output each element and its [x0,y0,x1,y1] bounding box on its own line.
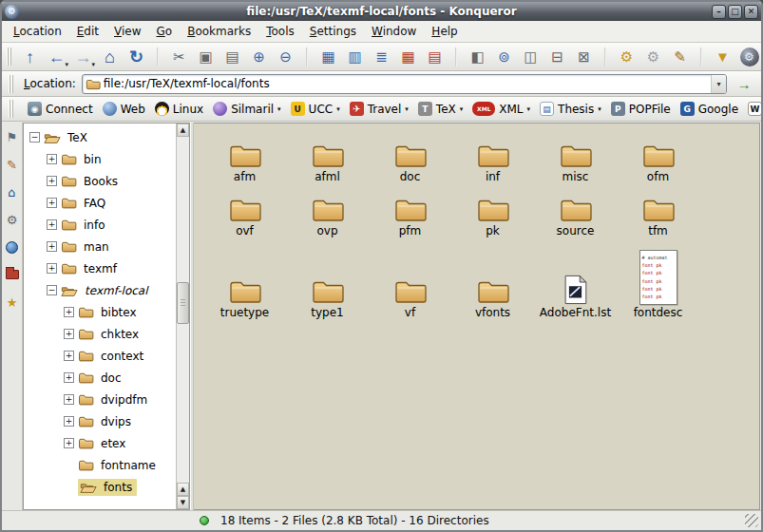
go-button[interactable]: → [733,73,755,95]
tree-item-tex[interactable]: −TeX [24,126,176,148]
bookmark-popfile[interactable]: PPOPFile [611,102,671,116]
toolbar-handle[interactable] [7,48,11,66]
tree-item-texmf-local[interactable]: −texmf-local [24,279,176,301]
tree-item-info[interactable]: +info [24,214,176,236]
file-vf[interactable]: vf [369,238,451,319]
resize-grip[interactable] [745,514,758,527]
bookmark-folder-xml[interactable]: XMLXML▾ [472,102,530,116]
tree-item-bibtex[interactable]: +bibtex [24,301,176,323]
collapse-expander-icon[interactable]: − [29,132,40,142]
file-inf[interactable]: inf [451,129,534,183]
expand-expander-icon[interactable]: + [47,219,57,230]
location-input[interactable] [104,76,708,92]
file-vfonts[interactable]: vfonts [451,238,534,319]
file-ofm[interactable]: ofm [617,129,699,183]
bookmark-google[interactable]: GGoogle [680,102,738,116]
expand-expander-icon[interactable]: + [47,241,57,252]
cut-button[interactable]: ✂ [166,45,192,69]
sidebar-tab-devices[interactable]: ⚙ [3,210,22,229]
file-afm[interactable]: afm [203,129,286,183]
collapse-expander-icon[interactable]: − [47,285,57,295]
file-ovf[interactable]: ovf [203,183,286,238]
tree-item-fonts-selected[interactable]: fonts [24,476,176,498]
menu-bookmarks[interactable]: Bookmarks [181,23,258,40]
bookmark-folder-thesis[interactable]: ▤Thesis▾ [540,102,601,116]
file-ovp[interactable]: ovp [286,183,369,238]
print-button[interactable]: ▤ [219,45,245,69]
back-button[interactable]: ←▾ [44,45,69,69]
file-misc[interactable]: misc [534,129,617,183]
bookmark-folder-silmaril[interactable]: Silmaril▾ [213,102,280,116]
bookmark-web[interactable]: Web [103,102,145,116]
scroll-down-button[interactable]: ▼ [177,496,189,509]
menu-help[interactable]: Help [425,23,464,40]
scrollbar-thumb[interactable] [177,282,189,324]
tree-item-texmf[interactable]: +texmf [24,257,176,279]
scroll-up-button[interactable]: ▲ [177,483,189,496]
split-view-top-bottom-button[interactable]: ⊟ [544,45,570,69]
text-view-button[interactable]: ▤ [422,45,448,69]
minimize-button[interactable]: – [712,5,726,19]
tree-item-books[interactable]: +Books [24,170,176,192]
file-pfm[interactable]: pfm [369,183,451,238]
bookmark-wikipedia[interactable]: WWikipedia [748,102,763,116]
tree-item-bin[interactable]: +bin [24,148,176,170]
sidebar-tab-history[interactable]: ✎ [3,155,22,174]
bookmark-folder-tex[interactable]: TTeX▾ [418,102,463,116]
bookmark-linux[interactable]: Linux [155,102,203,116]
window-menu-button[interactable]: ⚙ [5,5,19,19]
zoom-in-button[interactable]: ⊕ [246,45,272,69]
file-fontdesc[interactable]: # automat font pk font pk font pk font p… [617,238,699,319]
expand-expander-icon[interactable]: + [64,416,74,427]
expand-expander-icon[interactable]: + [64,394,74,405]
location-combobox[interactable]: ▾ [82,74,727,94]
menu-edit[interactable]: Edit [70,23,105,40]
filter-button[interactable]: ▼ [710,45,735,69]
tree-item-dvips[interactable]: +dvips [24,410,176,432]
tree-item-dvipdfm[interactable]: +dvipdfm [24,389,176,410]
bookmark-connect[interactable]: ◉Connect [28,102,93,116]
expand-expander-icon[interactable]: + [47,198,57,208]
expand-expander-icon[interactable]: + [64,372,74,383]
close-button[interactable]: ✕ [744,5,758,19]
sidebar-tab-network[interactable] [3,238,22,256]
menu-window[interactable]: Window [365,23,423,40]
gears-active-button[interactable]: ⚙ [614,45,639,69]
reload-button[interactable]: ↻ [124,45,149,69]
expand-expander-icon[interactable]: + [47,154,57,164]
tree-item-fontname[interactable]: fontname [24,454,176,476]
menu-settings[interactable]: Settings [303,23,363,40]
location-dropdown-button[interactable]: ▾ [711,75,726,93]
remove-active-view-button[interactable]: ⊠ [571,45,597,69]
expand-expander-icon[interactable]: + [64,307,74,317]
edit-document-button[interactable]: ✎ [667,45,693,69]
expand-expander-icon[interactable]: + [64,351,74,361]
tree-item-chktex[interactable]: +chktex [24,323,176,345]
zoom-out-button[interactable]: ⊖ [273,45,298,69]
tree-scrollbar[interactable]: ▲ ▲ ▼ [176,124,189,509]
file-type1[interactable]: type1 [286,238,369,319]
menu-location[interactable]: Location [7,23,68,40]
file-tfm[interactable]: tfm [617,183,699,238]
split-view-left-right-button[interactable]: ◫ [518,45,544,69]
expand-expander-icon[interactable]: + [47,176,57,186]
info-list-view-button[interactable]: ▦ [395,45,421,69]
tree-item-faq[interactable]: +FAQ [24,192,176,214]
file-truetype[interactable]: truetype [203,238,286,319]
scrollbar-track[interactable] [177,137,189,483]
toolbar-handle[interactable] [9,100,13,118]
tree-item-context[interactable]: +context [24,345,176,367]
expand-expander-icon[interactable]: + [64,329,74,339]
icon-view[interactable]: afm afml doc inf misc ofm ovf ovp pfm pk… [194,123,760,510]
sidebar-tab-root-folder[interactable] [3,265,22,284]
multicolumn-view-button[interactable]: ▥ [342,45,368,69]
bookmark-folder-ucc[interactable]: UUCC▾ [291,102,340,116]
file-doc[interactable]: doc [369,129,451,183]
show-navigation-panel-button[interactable]: ◧ [465,45,490,69]
home-button[interactable]: ⌂ [97,45,123,69]
expand-expander-icon[interactable]: + [47,263,57,274]
toolbar-handle[interactable] [9,75,13,93]
bookmark-folder-travel[interactable]: ✈Travel▾ [350,102,409,116]
file-pk[interactable]: pk [451,183,534,238]
find-file-button[interactable]: ⊚ [491,45,517,69]
